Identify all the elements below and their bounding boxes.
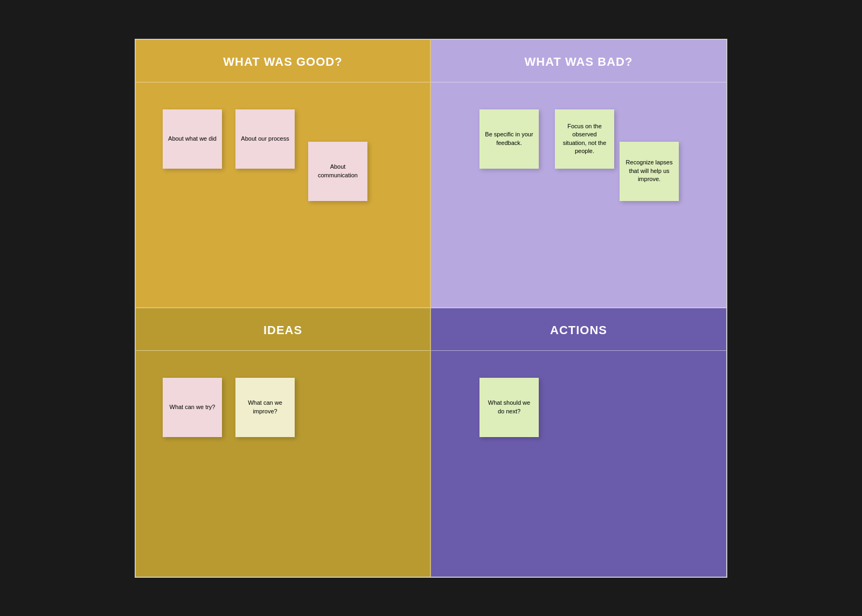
actions-note-1[interactable]: What should we do next? [479,378,539,437]
retrospective-board: WHAT WAS GOOD? About what we did About o… [135,39,727,578]
quadrant-good: WHAT WAS GOOD? About what we did About o… [136,40,431,308]
ideas-note-2[interactable]: What can we improve? [235,378,295,437]
quadrant-ideas: IDEAS What can we try? What can we impro… [136,308,431,577]
bad-header: WHAT WAS BAD? [431,40,726,82]
actions-title: ACTIONS [442,323,715,337]
bad-title: WHAT WAS BAD? [442,55,715,69]
bad-note-3[interactable]: Recognize lapses that will help us impro… [620,142,679,201]
quadrant-bad: WHAT WAS BAD? Be specific in your feedba… [431,40,726,308]
good-body: About what we did About our process Abou… [136,82,430,307]
ideas-title: IDEAS [147,323,419,337]
bad-body: Be specific in your feedback. Focus on t… [431,82,726,307]
bad-notes-area: Be specific in your feedback. Focus on t… [447,99,710,250]
ideas-header: IDEAS [136,308,430,351]
good-note-2[interactable]: About our process [235,109,295,169]
actions-header: ACTIONS [431,308,726,351]
ideas-note-1[interactable]: What can we try? [163,378,222,437]
actions-notes-area: What should we do next? [447,367,710,518]
good-note-1[interactable]: About what we did [163,109,222,169]
bad-note-1[interactable]: Be specific in your feedback. [479,109,539,169]
bad-note-2[interactable]: Focus on the observed situation, not the… [555,109,614,169]
good-header: WHAT WAS GOOD? [136,40,430,82]
ideas-body: What can we try? What can we improve? [136,351,430,577]
ideas-notes-area: What can we try? What can we improve? [152,367,414,518]
good-note-3[interactable]: About communication [308,142,367,201]
good-title: WHAT WAS GOOD? [147,55,419,69]
quadrant-actions: ACTIONS What should we do next? [431,308,726,577]
good-notes-area: About what we did About our process Abou… [152,99,414,250]
actions-body: What should we do next? [431,351,726,577]
